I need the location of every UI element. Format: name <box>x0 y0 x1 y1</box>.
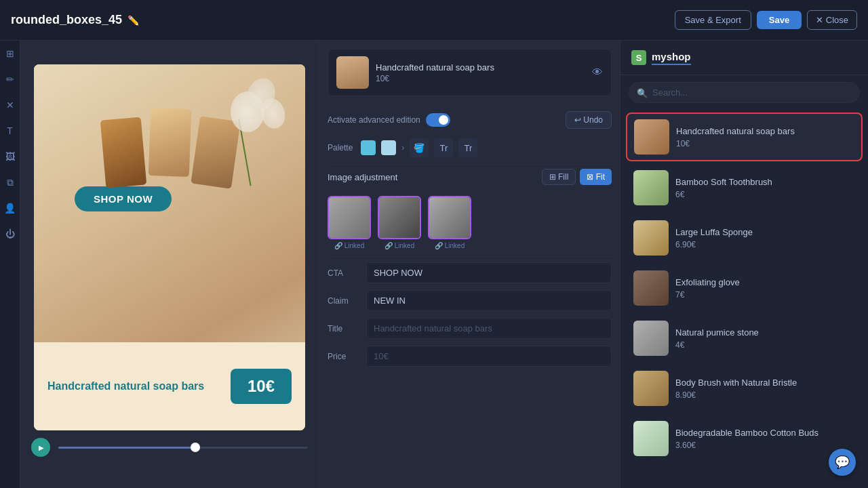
fit-button[interactable]: ⊠ Fit <box>580 169 612 185</box>
palette-text-icon-2[interactable]: Tr <box>458 138 477 157</box>
image-adjustment-buttons: ⊞ Fill ⊠ Fit <box>542 169 612 185</box>
play-icon: ▶ <box>39 444 44 451</box>
palette-swatch-1[interactable] <box>361 140 376 155</box>
variant-thumb-2[interactable] <box>378 196 421 239</box>
cta-input[interactable] <box>366 262 612 283</box>
timeline-track[interactable] <box>58 447 308 449</box>
sidebar-icon-power[interactable]: ⏻ <box>3 226 18 241</box>
variant-item-1: 🔗 Linked <box>328 196 371 249</box>
product-item-price: 10€ <box>676 139 854 148</box>
product-item-price: 6.90€ <box>675 240 855 249</box>
price-input[interactable] <box>366 346 612 367</box>
product-header-thumb <box>336 56 369 89</box>
sidebar-icon-layers[interactable]: ⧉ <box>3 175 18 190</box>
fill-button[interactable]: ⊞ Fill <box>542 169 576 185</box>
canvas-product-info: Handcrafted natural soap bars <box>47 380 224 394</box>
product-item[interactable]: Natural pumice stone 4€ <box>626 314 863 362</box>
variant-item-2: 🔗 Linked <box>378 196 421 249</box>
link-icon-2: 🔗 <box>384 242 393 249</box>
image-variants: 🔗 Linked 🔗 Linked 🔗 Linke <box>319 189 620 256</box>
play-button[interactable]: ▶ <box>31 438 50 457</box>
timeline-progress <box>58 447 195 449</box>
palette-row: Palette › 🪣 Tr Tr <box>319 136 620 164</box>
price-row: Price <box>328 346 612 367</box>
sidebar-icon-user[interactable]: 👤 <box>3 201 18 216</box>
sidebar-icon-x[interactable]: ✕ <box>3 98 18 113</box>
shop-name: myshop <box>652 51 691 65</box>
product-item[interactable]: Biodegradable Bamboo Cotton Buds 3.60€ <box>626 415 863 462</box>
timeline-thumb[interactable] <box>191 443 200 452</box>
product-item-info: Natural pumice stone 4€ <box>675 327 855 350</box>
variant-thumb-3[interactable] <box>428 196 471 239</box>
variant-image-3 <box>429 197 470 238</box>
save-export-button[interactable]: Save & Export <box>675 10 751 30</box>
search-icon: 🔍 <box>637 87 648 98</box>
product-header-card: Handcrafted natural soap bars 10€ 👁 <box>328 49 612 96</box>
variant-image-1 <box>329 197 370 238</box>
product-thumb <box>633 270 669 306</box>
claim-label: Claim <box>328 296 358 306</box>
canvas-product-title: Handcrafted natural soap bars <box>47 380 224 394</box>
link-icon-3: 🔗 <box>435 242 443 249</box>
sidebar-icon-text[interactable]: T <box>3 123 18 138</box>
cta-row: CTA <box>328 262 612 283</box>
advanced-edition-label: Activate advanced edition <box>328 115 420 125</box>
product-header-info: Handcrafted natural soap bars 10€ <box>376 62 585 83</box>
product-item-price: 6€ <box>675 190 855 199</box>
product-thumb <box>634 119 669 155</box>
top-bar-left: rounded_boxes_45 ✏️ <box>11 13 675 27</box>
canvas-info-bar: Handcrafted natural soap bars 10€ <box>34 342 305 430</box>
undo-button[interactable]: ↩ Undo <box>566 111 612 129</box>
price-label: Price <box>328 352 358 361</box>
product-thumb <box>633 321 669 356</box>
toggle-knob <box>439 115 448 125</box>
product-item-price: 8.90€ <box>675 390 855 400</box>
close-button[interactable]: ✕ Close <box>807 10 857 30</box>
product-item[interactable]: Body Brush with Natural Bristle 8.90€ <box>626 365 863 412</box>
advanced-edition-toggle[interactable] <box>426 113 450 127</box>
form-section: CTA Claim Title Price <box>319 257 620 488</box>
variant-label-3: 🔗 Linked <box>435 242 465 249</box>
search-input[interactable] <box>629 82 860 103</box>
top-bar-right: Save & Export Save ✕ Close <box>675 10 857 30</box>
sidebar-icon-image[interactable]: 🖼 <box>3 149 18 164</box>
canvas-area: SHOP NOW Handcrafted natural soap bars 1… <box>20 41 319 488</box>
product-item-price: 4€ <box>675 340 855 350</box>
product-thumb <box>633 220 669 256</box>
canvas-price: 10€ <box>231 369 292 404</box>
variant-label-2: 🔗 Linked <box>384 242 414 249</box>
variant-label-1: 🔗 Linked <box>334 242 364 249</box>
palette-swatch-2[interactable] <box>381 140 396 155</box>
claim-input[interactable] <box>366 290 612 311</box>
advanced-edition-row: Activate advanced edition <box>328 113 450 127</box>
product-item-info: Bamboo Soft Toothbrush 6€ <box>675 177 855 199</box>
right-panel: S myshop 🔍 Handcrafted natural soap bars… <box>620 41 868 488</box>
save-button[interactable]: Save <box>757 11 802 29</box>
product-item-info: Large Luffa Sponge 6.90€ <box>675 227 855 249</box>
product-item-name: Natural pumice stone <box>675 327 855 338</box>
product-item[interactable]: Handcrafted natural soap bars 10€ <box>626 113 863 161</box>
edit-title-icon[interactable]: ✏️ <box>127 15 139 26</box>
sidebar-icon-home[interactable]: ⊞ <box>3 46 18 61</box>
product-item[interactable]: Bamboo Soft Toothbrush 6€ <box>626 164 863 211</box>
canvas-wrapper: SHOP NOW Handcrafted natural soap bars 1… <box>34 64 305 430</box>
product-item-info: Body Brush with Natural Bristle 8.90€ <box>675 378 855 400</box>
product-item-name: Exfoliating glove <box>675 277 855 287</box>
visibility-toggle-icon[interactable]: 👁 <box>592 66 603 79</box>
palette-text-icon-1[interactable]: Tr <box>434 138 453 157</box>
claim-row: Claim <box>328 290 612 311</box>
product-item-name: Bamboo Soft Toothbrush <box>675 177 855 187</box>
title-input[interactable] <box>366 318 612 339</box>
product-item-price: 7€ <box>675 290 855 300</box>
product-item[interactable]: Large Luffa Sponge 6.90€ <box>626 214 863 262</box>
palette-bucket-icon[interactable]: 🪣 <box>410 138 429 157</box>
shop-now-button-canvas[interactable]: SHOP NOW <box>75 186 172 211</box>
product-item-name: Large Luffa Sponge <box>675 227 855 237</box>
variant-thumb-1[interactable] <box>328 196 371 239</box>
left-sidebar: ⊞ ✏ ✕ T 🖼 ⧉ 👤 ⏻ <box>0 41 20 488</box>
sidebar-icon-edit[interactable]: ✏ <box>3 72 18 87</box>
chat-fab-button[interactable]: 💬 <box>829 449 856 476</box>
product-item[interactable]: Exfoliating glove 7€ <box>626 264 863 312</box>
timeline-bar: ▶ <box>20 430 319 464</box>
palette-arrow-icon[interactable]: › <box>401 143 404 152</box>
